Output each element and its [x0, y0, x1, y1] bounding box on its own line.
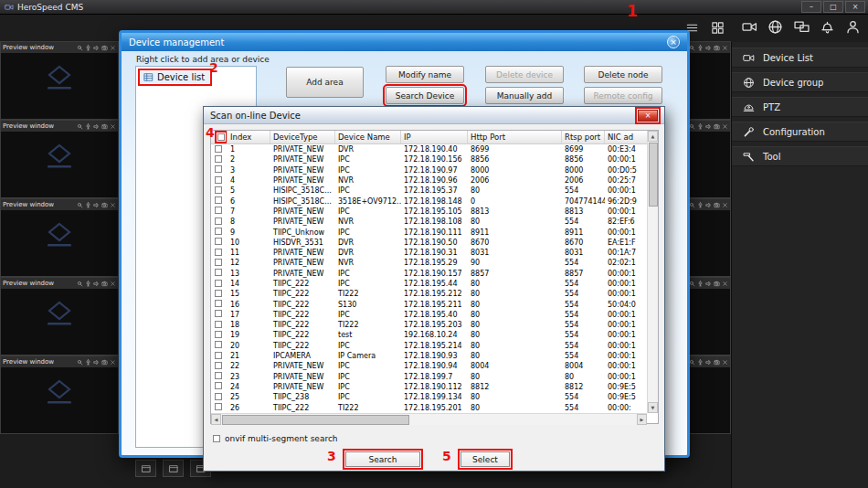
- zoom-icon[interactable]: [77, 281, 83, 287]
- onvif-checkbox[interactable]: [213, 435, 220, 442]
- speaker-icon[interactable]: [705, 202, 712, 208]
- videocam-icon[interactable]: [742, 19, 757, 35]
- close-x-icon[interactable]: [110, 359, 116, 366]
- row-checkbox[interactable]: [215, 331, 222, 338]
- table-row[interactable]: 13PRIVATE_NEWIPC172.18.190.1578857885700…: [211, 269, 647, 279]
- close-x-icon[interactable]: [722, 202, 728, 208]
- table-row[interactable]: 1PRIVATE_NEWDVR172.18.190.408699869900:E…: [211, 144, 647, 154]
- preview-window[interactable]: Preview window: [0, 277, 119, 355]
- table-row[interactable]: 16TIIPC_222S130172.18.195.2118055450:04:…: [211, 299, 647, 309]
- snapshot-icon[interactable]: [101, 281, 108, 287]
- mic-icon[interactable]: [85, 202, 91, 208]
- row-checkbox[interactable]: [215, 321, 222, 328]
- preview-window[interactable]: Preview window: [0, 41, 119, 120]
- scroll-up-button[interactable]: ▲: [648, 131, 658, 142]
- search-device-button[interactable]: Search Device: [386, 87, 464, 104]
- row-checkbox[interactable]: [215, 217, 222, 225]
- dm-close-button[interactable]: ×: [667, 36, 680, 48]
- scroll-left-button[interactable]: ◀: [211, 414, 221, 425]
- zoom-icon[interactable]: [689, 202, 695, 208]
- maximize-button[interactable]: □: [823, 1, 843, 13]
- row-checkbox[interactable]: [215, 280, 222, 287]
- mic-icon[interactable]: [85, 123, 91, 130]
- close-x-icon[interactable]: [722, 281, 728, 287]
- zoom-icon[interactable]: [689, 45, 695, 51]
- scroll-right-button[interactable]: ▶: [637, 414, 647, 425]
- horizontal-scroll-thumb[interactable]: [222, 415, 409, 425]
- row-checkbox[interactable]: [215, 341, 222, 348]
- speaker-icon[interactable]: [93, 123, 100, 130]
- table-row[interactable]: 4PRIVATE_NEWNVR172.18.190.962006200600:2…: [211, 175, 647, 186]
- select-all-checkbox[interactable]: [217, 133, 225, 141]
- add-area-button[interactable]: Add area: [286, 67, 364, 98]
- table-row[interactable]: 19TIIPC_222test192.168.10.248055400:00:1: [211, 330, 647, 340]
- layout-button[interactable]: [163, 460, 184, 477]
- close-x-icon[interactable]: [722, 123, 728, 130]
- mic-icon[interactable]: [85, 281, 91, 287]
- globe-icon[interactable]: [767, 19, 783, 35]
- delete-node-button[interactable]: Delete node: [584, 66, 662, 83]
- close-x-icon[interactable]: [722, 359, 728, 366]
- row-checkbox[interactable]: [215, 382, 222, 389]
- layout-button[interactable]: [135, 460, 156, 477]
- row-checkbox[interactable]: [215, 259, 222, 266]
- vertical-scrollbar[interactable]: ▲ ▼: [647, 131, 658, 413]
- search-button[interactable]: Search: [345, 451, 420, 467]
- horizontal-scrollbar[interactable]: ◀ ▶: [211, 413, 647, 425]
- row-checkbox[interactable]: [215, 155, 222, 163]
- table-row[interactable]: 20TIIPC_222IPC172.18.195.2148055400:00:1: [211, 341, 647, 351]
- table-row[interactable]: 17TIIPC_222IPC172.18.195.408055400:00:1: [211, 310, 647, 320]
- table-row[interactable]: 26TIIPC_222TI222172.18.195.2018055400:00…: [211, 402, 647, 412]
- table-row[interactable]: 25TIIPC_238IPC172.18.199.1348055400:9E:5: [211, 392, 647, 402]
- row-checkbox[interactable]: [215, 238, 222, 245]
- mic-icon[interactable]: [85, 45, 91, 51]
- table-row[interactable]: 7PRIVATE_NEWIPC172.18.195.1058813881300:…: [211, 207, 647, 217]
- table-row[interactable]: 9TIIPC_UnknowIPC172.18.190.1118911891100…: [211, 227, 647, 237]
- close-x-icon[interactable]: [722, 45, 728, 51]
- speaker-icon[interactable]: [93, 281, 100, 287]
- close-button[interactable]: ×: [845, 1, 865, 13]
- preview-window[interactable]: Preview window: [0, 198, 119, 277]
- bell-icon[interactable]: [820, 19, 835, 35]
- column-header-rtsp[interactable]: Rtsp port: [562, 131, 605, 143]
- snapshot-icon[interactable]: [101, 359, 108, 366]
- mic-icon[interactable]: [697, 123, 704, 130]
- row-checkbox[interactable]: [215, 362, 222, 369]
- remote-config-button[interactable]: Remote config: [584, 87, 662, 104]
- speaker-icon[interactable]: [93, 359, 100, 366]
- table-row[interactable]: 2PRIVATE_NEWIPC172.18.190.1568856885600:…: [211, 154, 647, 164]
- sidebar-item-ptz[interactable]: PTZ: [732, 97, 868, 117]
- snapshot-icon[interactable]: [101, 45, 108, 51]
- close-x-icon[interactable]: [110, 281, 116, 287]
- table-row[interactable]: 5HISIPC_3518C...IPC172.18.195.378055400:…: [211, 186, 647, 196]
- speaker-icon[interactable]: [705, 281, 712, 287]
- table-row[interactable]: 22PRIVATE_NEWIPC172.18.190.948004800400:…: [211, 361, 647, 371]
- speaker-icon[interactable]: [705, 123, 712, 130]
- table-row[interactable]: 12PRIVATE_NEWNVR172.18.195.299055402:02:…: [211, 258, 647, 268]
- column-header-nic[interactable]: NIC ad: [605, 131, 647, 143]
- table-row[interactable]: 6HISIPC_3518C...3518E+OV9712...172.18.19…: [211, 196, 647, 206]
- mic-icon[interactable]: [697, 359, 704, 366]
- zoom-icon[interactable]: [689, 123, 695, 130]
- speaker-icon[interactable]: [93, 45, 100, 51]
- row-checkbox[interactable]: [215, 176, 222, 184]
- mic-icon[interactable]: [697, 45, 704, 51]
- user-icon[interactable]: [845, 19, 861, 35]
- sidebar-item-device-group[interactable]: Device group: [732, 72, 868, 92]
- column-header-http[interactable]: Http Port: [468, 131, 562, 143]
- sidebar-item-configuration[interactable]: Configuration: [732, 122, 868, 142]
- table-row[interactable]: 24PRIVATE_NEWIPC172.18.190.1128812881200…: [211, 382, 647, 392]
- zoom-icon[interactable]: [689, 281, 695, 287]
- row-checkbox[interactable]: [215, 310, 222, 317]
- speaker-icon[interactable]: [705, 359, 712, 366]
- row-checkbox[interactable]: [215, 393, 222, 400]
- table-row[interactable]: 11PRIVATE_NEWDVR172.18.190.318031803100:…: [211, 248, 647, 258]
- zoom-icon[interactable]: [77, 123, 83, 130]
- monitors-icon[interactable]: [794, 19, 810, 35]
- row-checkbox[interactable]: [215, 196, 222, 204]
- column-header-index[interactable]: Index: [228, 131, 270, 143]
- speaker-icon[interactable]: [93, 202, 100, 208]
- manually-add-button[interactable]: Manually add: [485, 87, 564, 104]
- snapshot-icon[interactable]: [101, 202, 108, 208]
- table-row[interactable]: 15TIIPC_222TI222172.18.195.2128055400:00…: [211, 289, 647, 299]
